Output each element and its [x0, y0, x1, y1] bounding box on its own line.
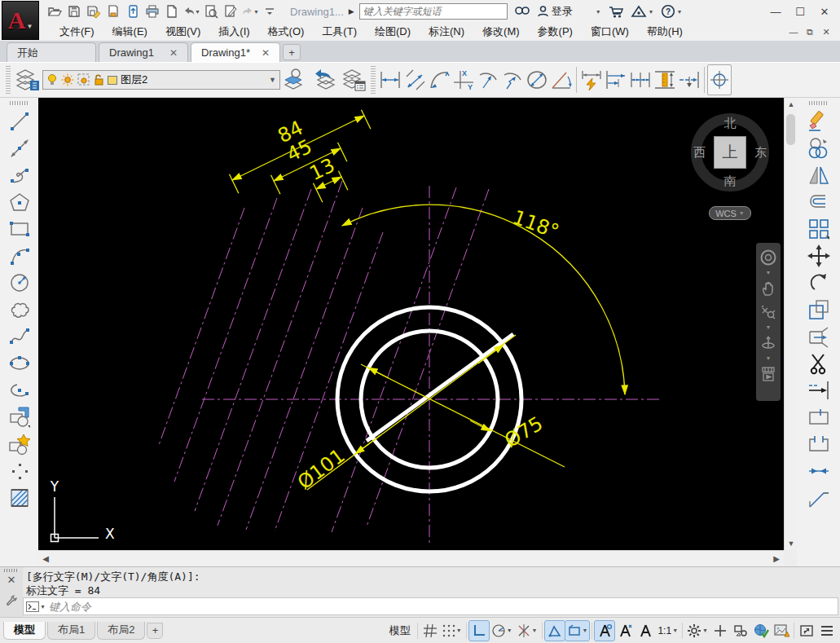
layer-properties-button[interactable] — [339, 64, 368, 95]
trim-tool[interactable] — [805, 350, 833, 377]
hatch-tool[interactable] — [6, 484, 33, 511]
doc-minimize-button[interactable]: — — [786, 25, 801, 38]
toolbar-grip[interactable] — [6, 66, 11, 94]
help-search-box[interactable] — [359, 3, 508, 20]
app-logo-button[interactable]: A ▼ — [2, 1, 39, 40]
scale-tool[interactable] — [805, 296, 833, 323]
dyninput-dropdown-icon[interactable]: ▼ — [583, 628, 588, 633]
open-button[interactable] — [46, 2, 64, 20]
scroll-left-icon[interactable]: ◀ — [38, 552, 53, 566]
command-settings-wrench-icon[interactable] — [5, 594, 18, 610]
quick-dimension-button[interactable] — [579, 64, 604, 95]
zoom-button[interactable] — [759, 302, 778, 322]
tab-close-icon[interactable]: ✕ — [262, 47, 270, 59]
extend-tool[interactable] — [805, 377, 833, 403]
arc-tool[interactable] — [6, 242, 33, 269]
object-snap-tracking-toggle[interactable]: ▼ — [515, 621, 539, 641]
menu-draw[interactable]: 绘图(D) — [366, 23, 420, 41]
maximize-button[interactable]: ☐ — [789, 3, 811, 20]
toolbar-grip[interactable] — [10, 101, 29, 105]
menu-help[interactable]: 帮助(H) — [638, 23, 692, 41]
doc-restore-button[interactable]: ⧉ — [803, 25, 817, 38]
menu-modify[interactable]: 修改(M) — [473, 23, 529, 41]
ellipse-tool[interactable] — [6, 350, 33, 377]
new-tab-button[interactable]: + — [283, 44, 301, 60]
performance-monitor-button[interactable] — [772, 621, 791, 641]
annotation-scale-icon[interactable] — [635, 621, 655, 641]
layer-panel-button[interactable] — [13, 64, 42, 95]
revision-cloud-tool[interactable] — [6, 296, 33, 323]
jogged-dimension-button[interactable] — [500, 64, 525, 95]
signin-dropdown-icon[interactable]: ▼ — [596, 9, 601, 15]
make-object-layer-current-button[interactable] — [280, 64, 310, 95]
showmotion-button[interactable] — [759, 364, 778, 384]
layer-previous-button[interactable] — [310, 64, 339, 95]
navbar-flyout-icon[interactable]: ▼ — [766, 357, 772, 360]
scroll-down-icon[interactable]: ▼ — [785, 537, 798, 550]
arc-length-dimension-button[interactable] — [427, 64, 451, 95]
viewcube-top-face[interactable]: 上 — [714, 136, 746, 169]
markup-button[interactable] — [222, 2, 240, 20]
qat-customize-button[interactable] — [261, 2, 279, 20]
horizontal-scrollbar[interactable]: ◀ ▶ — [38, 550, 784, 566]
ellipse-arc-tool[interactable] — [6, 377, 33, 403]
preview-button[interactable] — [202, 2, 220, 20]
layer-unlock-icon[interactable] — [94, 73, 104, 86]
viewcube[interactable]: 北 南 西 东 上 — [691, 113, 769, 192]
layer-color-swatch[interactable] — [108, 76, 117, 85]
workspace-dropdown-icon[interactable]: ▼ — [702, 628, 708, 633]
move-tool[interactable] — [805, 242, 833, 269]
dimensions[interactable] — [230, 110, 626, 490]
radius-dimension-button[interactable] — [476, 64, 500, 95]
create-block-tool[interactable] — [6, 430, 33, 457]
snap-dropdown-icon[interactable]: ▼ — [456, 628, 462, 633]
close-button[interactable]: ✕ — [814, 3, 835, 20]
dimension-break-button[interactable] — [677, 64, 701, 95]
wcs-menu[interactable]: WCS ▼ — [709, 206, 751, 220]
hardware-acceleration-button[interactable] — [751, 621, 771, 641]
menu-format[interactable]: 格式(O) — [259, 23, 314, 41]
workspace-switching-button[interactable]: ▼ — [685, 621, 710, 641]
layout-tab-model[interactable]: 模型 — [3, 622, 46, 640]
viewcube-south[interactable]: 南 — [724, 174, 737, 189]
mirror-tool[interactable] — [805, 161, 833, 188]
layer-thaw-icon[interactable] — [61, 73, 74, 86]
insert-block-tool[interactable] — [6, 403, 33, 430]
tolerance-center-mark-button[interactable] — [707, 64, 732, 95]
annotation-scale-value[interactable]: 1:1▼ — [656, 621, 679, 641]
diameter-dimension-button[interactable] — [525, 64, 549, 95]
tab-close-icon[interactable]: ✕ — [169, 47, 178, 59]
layout-tab-layout2[interactable]: 布局2 — [97, 622, 145, 640]
menu-parametric[interactable]: 参数(P) — [529, 23, 582, 41]
snap-toggle[interactable]: ▼ — [441, 621, 464, 641]
layer-dropdown[interactable]: 图层2 ▼ — [42, 70, 280, 90]
copy-tool[interactable] — [805, 134, 833, 161]
command-history[interactable]: [多行文字(M)/文字(T)/角度(A)]: 标注文字 = 84 — [23, 567, 840, 597]
toolbar-grip[interactable] — [371, 66, 376, 94]
pan-button[interactable] — [759, 279, 778, 298]
scale-dropdown-icon[interactable]: ▼ — [672, 628, 678, 633]
scroll-up-icon[interactable]: ▲ — [785, 98, 798, 111]
redo-button[interactable]: ▼ — [241, 2, 259, 20]
export-button[interactable] — [104, 2, 122, 20]
autoscale-toggle[interactable] — [615, 621, 635, 641]
menu-insert[interactable]: 插入(I) — [209, 23, 258, 41]
layer-dropdown-arrow-icon[interactable]: ▼ — [269, 76, 276, 84]
continue-dimension-button[interactable] — [628, 64, 653, 95]
polyline-tool[interactable] — [6, 161, 33, 188]
tab-drawing1-modified[interactable]: Drawing1*✕ — [191, 42, 280, 62]
toolbar-grip[interactable] — [809, 101, 829, 105]
erase-tool[interactable] — [805, 108, 833, 134]
menu-dimension[interactable]: 标注(N) — [420, 23, 473, 41]
isolate-objects-button[interactable] — [731, 621, 750, 641]
crosshair-button[interactable] — [710, 621, 730, 641]
polar-tracking-toggle[interactable]: ▼ — [490, 621, 514, 641]
command-prompt-icon[interactable] — [26, 601, 39, 612]
viewcube-east[interactable]: 东 — [754, 145, 767, 161]
collaborate-button[interactable]: ▼ — [631, 5, 654, 19]
grid-toggle[interactable] — [420, 621, 440, 641]
command-recent-dropdown-icon[interactable]: ▼ — [40, 604, 46, 610]
ortho-toggle[interactable] — [469, 621, 489, 641]
polar-dropdown-icon[interactable]: ▼ — [507, 628, 512, 633]
break-at-point-tool[interactable] — [805, 403, 833, 430]
